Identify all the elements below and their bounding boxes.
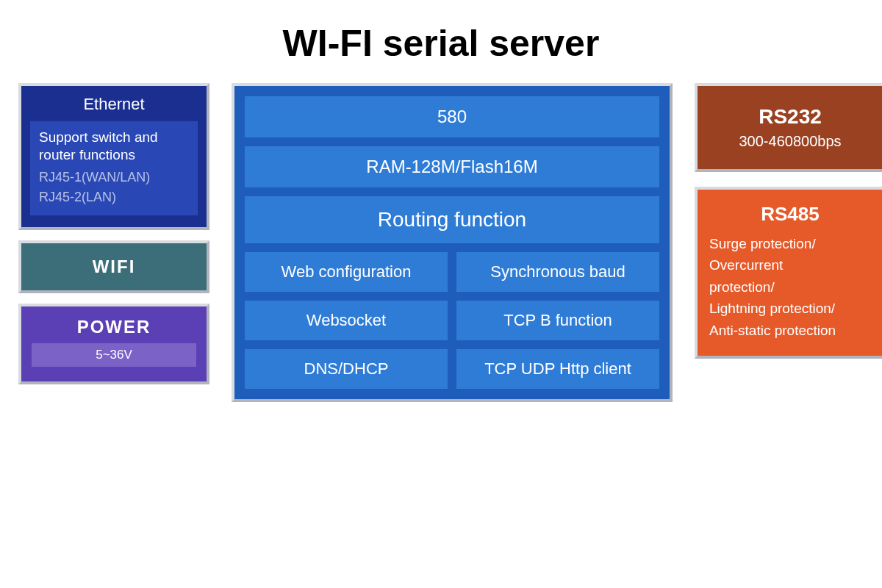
- page-title: WI-FI serial server: [0, 0, 882, 83]
- rs232-title: RS232: [705, 105, 875, 129]
- rs485-line-1: Surge protection/: [709, 233, 871, 254]
- center-row-routing: Routing function: [245, 196, 659, 243]
- cell-web-config: Web configuration: [245, 252, 448, 292]
- center-row-ram: RAM-128M/Flash16M: [245, 146, 659, 187]
- cell-sync-baud: Synchronous baud: [456, 252, 659, 292]
- left-column: Ethernet Support switch and router funct…: [18, 83, 209, 402]
- rs485-line-2: Overcurrent: [709, 254, 871, 276]
- power-spec: 5~36V: [32, 343, 196, 367]
- center-panel: 580 RAM-128M/Flash16M Routing function W…: [232, 83, 673, 402]
- cell-tcp-b: TCP B function: [456, 301, 659, 340]
- power-panel: POWER 5~36V: [18, 304, 209, 384]
- rs485-title: RS485: [709, 203, 871, 226]
- center-row-580: 580: [245, 96, 659, 137]
- diagram-grid: Ethernet Support switch and router funct…: [0, 83, 882, 402]
- wifi-panel: WIFI: [18, 240, 209, 293]
- center-row-4: Web configuration Synchronous baud: [245, 252, 659, 292]
- center-row-6: DNS/DHCP TCP UDP Http client: [245, 349, 659, 389]
- rs485-line-5: Anti-static protection: [709, 320, 871, 341]
- rs485-line-4: Lightning protection/: [709, 298, 871, 319]
- ethernet-port-2: RJ45-2(LAN): [39, 190, 189, 205]
- cell-dns-dhcp: DNS/DHCP: [245, 349, 448, 389]
- rs485-line-3: protection/: [709, 276, 871, 298]
- cell-websocket: Websocket: [245, 301, 448, 340]
- ethernet-inner-box: Support switch and router functions RJ45…: [30, 121, 198, 215]
- rs232-panel: RS232 300-460800bps: [695, 83, 882, 172]
- ethernet-support-text: Support switch and router functions: [39, 129, 189, 164]
- right-column: RS232 300-460800bps RS485 Surge protecti…: [695, 83, 882, 402]
- ethernet-port-1: RJ45-1(WAN/LAN): [39, 170, 189, 185]
- power-title: POWER: [32, 317, 196, 337]
- rs232-spec: 300-460800bps: [705, 133, 875, 150]
- rs485-panel: RS485 Surge protection/ Overcurrent prot…: [695, 187, 882, 359]
- ethernet-title: Ethernet: [30, 95, 198, 114]
- center-row-5: Websocket TCP B function: [245, 301, 659, 340]
- ethernet-panel: Ethernet Support switch and router funct…: [18, 83, 209, 230]
- cell-tcp-udp-http: TCP UDP Http client: [456, 349, 659, 389]
